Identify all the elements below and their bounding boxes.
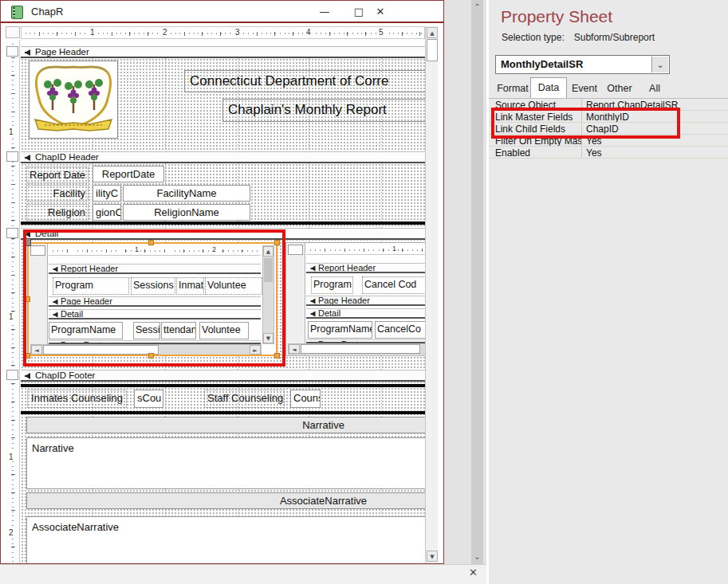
horizontal-scrollbar[interactable]: ◄ bbox=[288, 343, 425, 355]
field-volunteers-textbox[interactable]: Voluntee bbox=[199, 322, 249, 339]
resize-handle[interactable] bbox=[148, 353, 154, 359]
subreport-detail-bar[interactable]: Detail bbox=[49, 309, 261, 319]
resize-handle[interactable] bbox=[25, 296, 30, 302]
subreport-page-header-bar[interactable]: Page Header bbox=[49, 296, 261, 307]
record-selector-column[interactable] bbox=[286, 243, 305, 355]
field-sessions-textbox[interactable]: Sessior bbox=[133, 322, 160, 339]
tab-event[interactable]: Event bbox=[569, 80, 600, 98]
tab-format[interactable]: Format bbox=[495, 80, 530, 98]
facility-code-textbox[interactable]: ilityC bbox=[92, 185, 121, 202]
report-date-label[interactable]: Report Date bbox=[26, 167, 89, 183]
scroll-right-icon[interactable]: ► bbox=[250, 345, 261, 355]
ruler-corner-box[interactable] bbox=[6, 26, 20, 38]
design-surface[interactable]: Page Header ChapID Header Detail ChapID … bbox=[21, 40, 425, 563]
property-row-link-master-fields[interactable]: Link Master Fields MonthlyID bbox=[489, 111, 728, 123]
property-value[interactable]: Report.ChapDetailSR bbox=[582, 99, 728, 110]
property-row-link-child-fields[interactable]: Link Child Fields ChapID bbox=[489, 123, 728, 135]
property-value[interactable]: MonthlyID bbox=[582, 111, 728, 122]
tab-other[interactable]: Other bbox=[602, 80, 637, 98]
property-value[interactable]: Yes bbox=[582, 147, 728, 158]
scroll-down-icon[interactable]: ▼ bbox=[263, 333, 273, 343]
field-programname-textbox[interactable]: ProgramName bbox=[308, 321, 372, 339]
property-row-enabled[interactable]: Enabled Yes bbox=[489, 147, 728, 159]
inmates-counseling-label[interactable]: Inmates Counseling bbox=[27, 390, 127, 408]
subreport-monthly-detail[interactable]: 1 2 Report Header Program Sessions Inmat… bbox=[27, 242, 277, 356]
religion-label[interactable]: Religion bbox=[26, 204, 89, 221]
subreport-horizontal-ruler[interactable]: 1 2 bbox=[49, 245, 261, 256]
scroll-up-icon[interactable]: ▲ bbox=[427, 27, 438, 38]
associate-narrative-textbox[interactable]: AssociateNarrative bbox=[26, 516, 425, 563]
chapid-footer-section-bar[interactable]: ChapID Footer bbox=[21, 370, 425, 382]
inmates-counseling-textbox[interactable]: sCou bbox=[134, 390, 163, 408]
close-button-icon[interactable]: ✕ bbox=[370, 3, 391, 21]
scroll-left-icon[interactable]: ◄ bbox=[289, 344, 300, 354]
scrollbar-thumb[interactable] bbox=[264, 258, 273, 282]
workspace-scrollbar[interactable]: ⌃ ⌄ bbox=[471, 0, 483, 564]
close-icon[interactable]: ✕ bbox=[469, 566, 478, 578]
report-subtitle-label[interactable]: Chaplain's Monthly Report bbox=[222, 99, 425, 122]
chapid-header-section-bar[interactable]: ChapID Header bbox=[21, 151, 425, 163]
facility-label[interactable]: Facility bbox=[26, 185, 89, 202]
report-date-textbox[interactable]: ReportDate bbox=[92, 166, 164, 182]
tab-data[interactable]: Data bbox=[530, 77, 567, 98]
record-selector-column[interactable] bbox=[29, 244, 48, 355]
vertical-scrollbar[interactable]: ▲ ▼ bbox=[262, 245, 274, 344]
resize-handle[interactable] bbox=[25, 353, 30, 359]
religion-name-textbox[interactable]: ReligionName bbox=[123, 204, 250, 221]
move-handle[interactable] bbox=[23, 238, 31, 246]
resize-handle[interactable] bbox=[148, 240, 154, 245]
horizontal-scrollbar[interactable]: ◄ ► bbox=[30, 344, 262, 355]
resize-handle[interactable] bbox=[274, 353, 280, 359]
column-label-inmates[interactable]: Inmates bbox=[176, 277, 204, 295]
report-title-label[interactable]: Connecticut Department of Corre bbox=[184, 70, 425, 92]
scrollbar-thumb[interactable] bbox=[43, 345, 159, 355]
staff-counseling-textbox[interactable]: Couns bbox=[290, 390, 321, 408]
section-selector-box[interactable] bbox=[6, 370, 18, 380]
subreport-horizontal-ruler[interactable]: 1 bbox=[306, 245, 425, 255]
detail-section-bar[interactable]: Detail bbox=[21, 228, 425, 240]
combo-dropdown-icon[interactable]: ⌄ bbox=[651, 57, 668, 73]
design-vertical-scrollbar[interactable]: ▲ ▼ bbox=[425, 26, 438, 563]
subreport-detail-bar[interactable]: Detail bbox=[306, 308, 425, 319]
facility-name-textbox[interactable]: FacilityName bbox=[123, 185, 250, 202]
scroll-up-icon[interactable]: ▲ bbox=[263, 246, 273, 257]
column-label-cancel-code[interactable]: Cancel Cod bbox=[362, 276, 425, 294]
horizontal-ruler[interactable]: 1 2 3 4 5 bbox=[21, 26, 425, 39]
narrative-textbox[interactable]: Narrative bbox=[26, 437, 425, 489]
subreport-cancel-detail[interactable]: 1 Report Header Program Cancel Cod Page … bbox=[285, 242, 425, 356]
property-value[interactable]: Yes bbox=[582, 135, 728, 146]
section-selector-box[interactable] bbox=[6, 46, 18, 57]
section-selector-box[interactable] bbox=[6, 151, 18, 162]
associate-narrative-header-label[interactable]: AssociateNarrative bbox=[26, 492, 425, 509]
property-value[interactable]: ChapID bbox=[582, 123, 728, 134]
scrollbar-thumb[interactable] bbox=[301, 344, 420, 354]
field-attendance-textbox[interactable]: ttendanc bbox=[161, 322, 196, 339]
scroll-left-icon[interactable]: ◄ bbox=[31, 345, 42, 355]
subreport-report-header-bar[interactable]: Report Header bbox=[306, 263, 425, 273]
section-selector-box[interactable] bbox=[6, 228, 18, 238]
subreport-page-header-bar[interactable]: Page Header bbox=[306, 296, 425, 306]
page-header-section-bar[interactable]: Page Header bbox=[21, 46, 425, 58]
maximize-button-icon[interactable]: □ bbox=[348, 3, 369, 21]
staff-counseling-label[interactable]: Staff Counseling bbox=[204, 390, 285, 408]
field-programname-textbox[interactable]: ProgramName bbox=[49, 322, 123, 339]
field-cancelcode-textbox[interactable]: CancelCo bbox=[375, 321, 425, 339]
chevron-up-icon[interactable]: ⌃ bbox=[471, 2, 483, 13]
subreport-report-header-bar[interactable]: Report Header bbox=[49, 264, 261, 274]
property-row-filter-on-empty-master[interactable]: Filter On Empty Mas Yes bbox=[489, 135, 728, 147]
narrative-header-label[interactable]: Narrative bbox=[26, 417, 425, 433]
resize-handle[interactable] bbox=[274, 240, 280, 245]
column-label-volunteers[interactable]: Voluntee bbox=[205, 277, 262, 295]
connecticut-seal-image[interactable] bbox=[29, 61, 118, 139]
scroll-down-icon[interactable]: ▼ bbox=[427, 551, 438, 562]
property-row-source-object[interactable]: Source Object Report.ChapDetailSR bbox=[489, 99, 728, 111]
column-label-program[interactable]: Program bbox=[53, 277, 129, 295]
object-selector-combobox[interactable]: MonthlyDetailSR ⌄ bbox=[495, 55, 670, 74]
religion-code-textbox[interactable]: gionC bbox=[92, 204, 121, 221]
scrollbar-thumb[interactable] bbox=[427, 39, 438, 61]
column-label-sessions[interactable]: Sessions bbox=[131, 277, 175, 295]
column-label-program[interactable]: Program bbox=[311, 276, 353, 294]
tab-all[interactable]: All bbox=[639, 80, 671, 98]
window-titlebar[interactable]: ChapR — □ ✕ bbox=[1, 1, 443, 23]
minimize-button-icon[interactable]: — bbox=[314, 3, 335, 21]
